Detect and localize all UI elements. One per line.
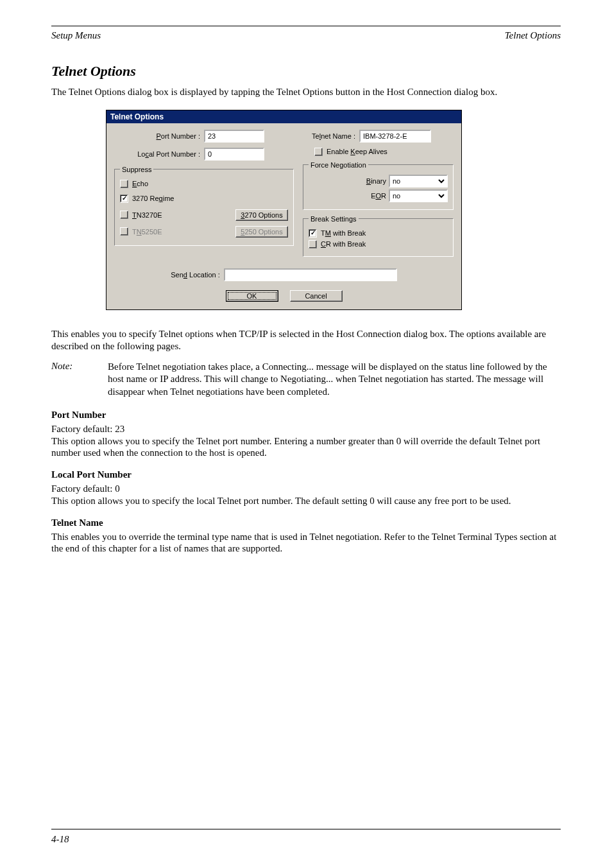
port-number-input[interactable]	[204, 130, 264, 143]
tn3270e-label: TN3270E	[132, 211, 162, 219]
tn3270e-checkbox[interactable]: ✓	[120, 211, 128, 219]
binary-select[interactable]: no	[389, 175, 448, 187]
dialog-title: Telnet Options	[106, 110, 461, 123]
port-number-text: Factory default: 23 This option allows y…	[51, 423, 561, 459]
tm-with-break-label: TM with Break	[321, 229, 366, 237]
binary-label: Binary	[366, 177, 386, 185]
local-port-number-heading: Local Port Number	[51, 469, 561, 480]
local-port-number-label: Local Port Number :	[114, 150, 204, 158]
force-negotiation-group: Force Negotiation Binary no EOR no	[303, 161, 454, 210]
telnet-name-heading: Telnet Name	[51, 517, 561, 528]
telnet-name-input[interactable]	[359, 130, 431, 143]
3270-options-button[interactable]: 3270 Options	[235, 209, 288, 221]
enable-keep-alives-checkbox[interactable]: ✓	[314, 148, 323, 156]
send-location-input[interactable]	[224, 268, 397, 281]
header-right: Telnet Options	[505, 30, 561, 41]
port-number-label: Port Number :	[114, 132, 204, 140]
telnet-options-dialog: Telnet Options Port Number : Local Port …	[106, 110, 462, 310]
enable-keep-alives-label: Enable Keep Alives	[327, 148, 387, 155]
page-header: Setup Menus Telnet Options	[51, 30, 561, 41]
ok-button[interactable]: OK	[226, 290, 278, 302]
note-block: Note: Before Telnet negotiation takes pl…	[51, 361, 561, 398]
send-location-label: Send Location :	[171, 271, 219, 279]
force-negotiation-legend: Force Negotiation	[309, 161, 368, 169]
local-port-number-input[interactable]	[204, 148, 264, 161]
5250-options-button: 5250 Options	[235, 226, 288, 238]
tn5250e-checkbox: ✓	[120, 227, 128, 236]
telnet-name-label: Telnet Name :	[303, 132, 359, 140]
page-footer: 4-18	[51, 834, 561, 845]
note-text: Before Telnet negotiation takes place, a…	[108, 361, 561, 398]
eor-select[interactable]: no	[389, 189, 448, 202]
note-label: Note:	[51, 361, 92, 398]
tn5250e-label: TN5250E	[132, 228, 162, 236]
tm-with-break-checkbox[interactable]: ✓	[309, 229, 317, 238]
regime-3270-label: 3270 Regime	[132, 195, 174, 202]
port-number-heading: Port Number	[51, 410, 561, 421]
eor-label: EOR	[371, 192, 386, 200]
cr-with-break-label: CR with Break	[321, 240, 366, 248]
break-settings-group: Break Settings ✓ TM with Break ✓ CR with…	[303, 215, 454, 257]
intro-paragraph: The Telnet Options dialog box is display…	[51, 86, 561, 98]
echo-checkbox[interactable]: ✓	[120, 180, 128, 188]
footer-left: 4-18	[51, 834, 69, 845]
header-left: Setup Menus	[51, 30, 101, 41]
cr-with-break-checkbox[interactable]: ✓	[309, 240, 317, 248]
local-port-number-text: Factory default: 0 This option allows yo…	[51, 483, 561, 507]
suppress-group: Suppress ✓ Echo ✓ 3270 Regime	[114, 166, 294, 246]
regime-3270-checkbox[interactable]: ✓	[120, 195, 128, 203]
section-title: Telnet Options	[51, 63, 561, 80]
suppress-legend: Suppress	[120, 166, 153, 173]
cancel-button[interactable]: Cancel	[290, 290, 343, 302]
break-settings-legend: Break Settings	[309, 215, 359, 223]
telnet-name-text: This enables you to override the termina…	[51, 531, 561, 555]
echo-label: Echo	[132, 180, 148, 187]
post-dialog-paragraph: This enables you to specify Telnet optio…	[51, 328, 561, 352]
